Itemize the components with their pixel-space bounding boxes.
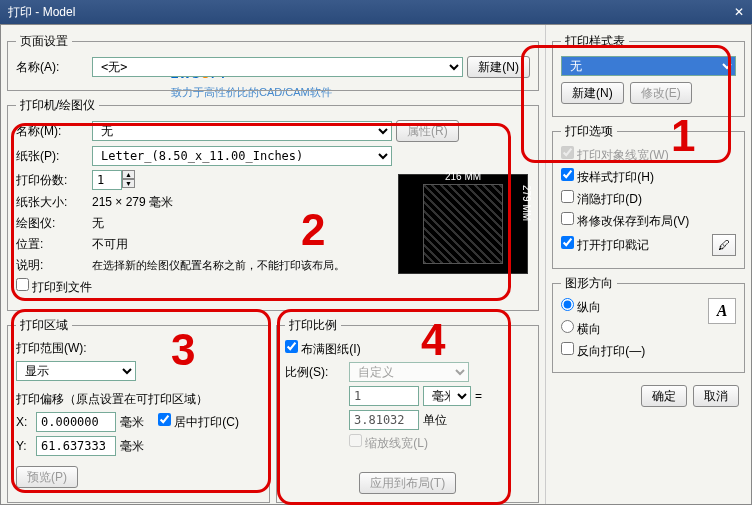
range-label: 打印范围(W): (16, 340, 87, 357)
opt-hide-check[interactable]: 消隐打印(D) (561, 190, 642, 208)
printer-group: 打印机/绘图仪 名称(M): 无 属性(R) 纸张(P): Letter_(8.… (7, 97, 539, 311)
area-legend: 打印区域 (16, 317, 72, 334)
window-title: 打印 - Model (8, 4, 75, 21)
copies-spinner[interactable]: ▲▼ (92, 170, 136, 190)
papersize-value: 215 × 279 毫米 (92, 194, 173, 211)
print-scale-group: 打印比例 布满图纸(I) 比例(S): 自定义 毫米 = 单位 (276, 317, 539, 503)
printer-legend: 打印机/绘图仪 (16, 97, 99, 114)
scale-den-input[interactable] (349, 410, 419, 430)
scale-lineweight-check[interactable]: 缩放线宽(L) (349, 434, 428, 452)
spin-down-icon[interactable]: ▼ (122, 179, 135, 188)
location-label: 位置: (16, 236, 88, 253)
orientation-preview-icon: A (708, 298, 736, 324)
page-setup-group: 页面设置 名称(A): <无> 新建(N) (7, 33, 539, 91)
preview-width-label: 216 MM (424, 171, 502, 182)
opt-save-check[interactable]: 将修改保存到布局(V) (561, 212, 689, 230)
x-input[interactable] (36, 412, 116, 432)
opt-lineweight-check[interactable]: 打印对象线宽(W) (561, 146, 669, 164)
title-bar: 打印 - Model ✕ (0, 0, 752, 24)
stamp-settings-button[interactable]: 🖊 (712, 234, 736, 256)
y-input[interactable] (36, 436, 116, 456)
plotter-value: 无 (92, 215, 104, 232)
pagesetup-name-label: 名称(A): (16, 59, 88, 76)
copies-label: 打印份数: (16, 172, 88, 189)
scale-select[interactable]: 自定义 (349, 362, 469, 382)
scale-num-input[interactable] (349, 386, 419, 406)
print-area-group: 打印区域 打印范围(W): 显示 打印偏移（原点设置在可打印区域） X: 毫米 … (7, 317, 270, 503)
paper-preview: 216 MM 279 MM (398, 174, 528, 274)
preview-button[interactable]: 预览(P) (16, 466, 78, 488)
orient-reverse-check[interactable]: 反向打印(—) (561, 342, 645, 360)
printer-props-button[interactable]: 属性(R) (396, 120, 459, 142)
opt-bystyle-check[interactable]: 按样式打印(H) (561, 168, 654, 186)
orientation-group: 图形方向 纵向 横向 反向打印(—) A (552, 275, 745, 373)
style-table-group: 打印样式表 无 新建(N) 修改(E) (552, 33, 745, 117)
print-to-file-check[interactable]: 打印到文件 (16, 278, 92, 296)
printer-name-select[interactable]: 无 (92, 121, 392, 141)
offset-legend: 打印偏移（原点设置在可打印区域） (16, 391, 261, 408)
location-value: 不可用 (92, 236, 128, 253)
ok-button[interactable]: 确定 (641, 385, 687, 407)
y-label: Y: (16, 439, 32, 453)
scale-label: 比例(S): (285, 364, 345, 381)
paper-label: 纸张(P): (16, 148, 88, 165)
desc-label: 说明: (16, 257, 88, 274)
style-table-select[interactable]: 无 (561, 56, 736, 76)
cancel-button[interactable]: 取消 (693, 385, 739, 407)
orient-landscape-radio[interactable]: 横向 (561, 320, 601, 338)
paper-select[interactable]: Letter_(8.50_x_11.00_Inches) (92, 146, 392, 166)
center-print-check[interactable]: 居中打印(C) (158, 413, 239, 431)
scale-unit-select[interactable]: 毫米 (423, 386, 471, 406)
plotter-label: 绘图仪: (16, 215, 88, 232)
desc-value: 在选择新的绘图仪配置名称之前，不能打印该布局。 (92, 258, 345, 273)
apply-layout-button[interactable]: 应用到布局(T) (359, 472, 456, 494)
style-edit-button[interactable]: 修改(E) (630, 82, 692, 104)
pagesetup-new-button[interactable]: 新建(N) (467, 56, 530, 78)
x-label: X: (16, 415, 32, 429)
stamp-icon: 🖊 (718, 238, 730, 252)
scale-legend: 打印比例 (285, 317, 341, 334)
orient-portrait-radio[interactable]: 纵向 (561, 298, 601, 316)
options-legend: 打印选项 (561, 123, 617, 140)
preview-height-label: 279 MM (521, 185, 532, 263)
style-new-button[interactable]: 新建(N) (561, 82, 624, 104)
pagesetup-name-select[interactable]: <无> (92, 57, 463, 77)
dialog-body: ZWSOFT 致力于高性价比的CAD/CAM软件 页面设置 名称(A): <无>… (0, 24, 752, 505)
copies-input[interactable] (92, 170, 122, 190)
page-setup-legend: 页面设置 (16, 33, 72, 50)
printer-name-label: 名称(M): (16, 123, 88, 140)
opt-stamp-check[interactable]: 打开打印戳记 (561, 236, 649, 254)
close-icon[interactable]: ✕ (734, 5, 744, 19)
papersize-label: 纸张大小: (16, 194, 88, 211)
fit-paper-check[interactable]: 布满图纸(I) (285, 340, 361, 358)
range-select[interactable]: 显示 (16, 361, 136, 381)
orient-legend: 图形方向 (561, 275, 617, 292)
style-legend: 打印样式表 (561, 33, 629, 50)
print-options-group: 打印选项 打印对象线宽(W) 按样式打印(H) 消隐打印(D) 将修改保存到布局… (552, 123, 745, 269)
spin-up-icon[interactable]: ▲ (122, 170, 135, 179)
